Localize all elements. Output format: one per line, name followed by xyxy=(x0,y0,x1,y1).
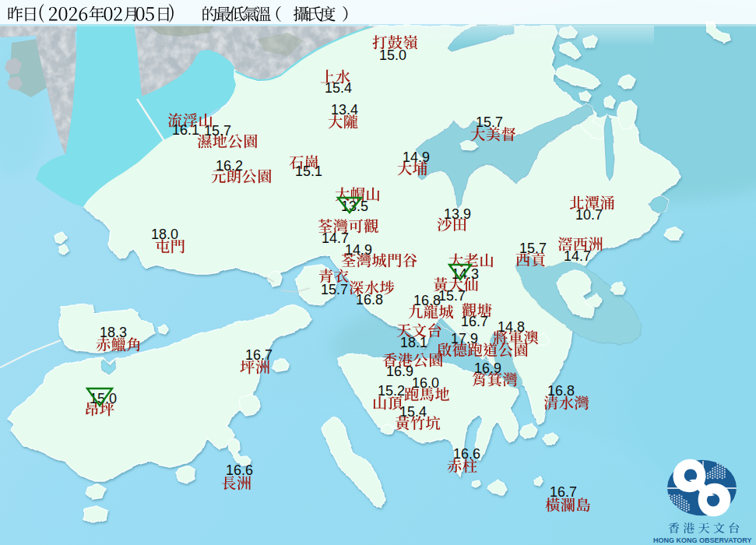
svg-text:14.9: 14.9 xyxy=(403,149,430,165)
svg-text:15.7: 15.7 xyxy=(476,114,503,130)
svg-text:16.0: 16.0 xyxy=(412,375,439,391)
svg-text:16.6: 16.6 xyxy=(453,446,480,462)
svg-text:15.7: 15.7 xyxy=(204,123,231,139)
svg-text:18.1: 18.1 xyxy=(400,335,427,350)
svg-text:16.2: 16.2 xyxy=(216,158,243,174)
svg-text:15.4: 15.4 xyxy=(399,404,427,420)
svg-text:16.7: 16.7 xyxy=(245,347,273,363)
svg-text:16.8: 16.8 xyxy=(413,293,441,308)
svg-text:14.9: 14.9 xyxy=(345,242,372,258)
svg-text:18.0: 18.0 xyxy=(151,227,178,242)
svg-text:16.8: 16.8 xyxy=(547,383,575,399)
svg-text:15.2: 15.2 xyxy=(378,383,405,399)
svg-text:16.6: 16.6 xyxy=(226,462,253,478)
svg-text:16.1: 16.1 xyxy=(172,122,199,138)
svg-text:10.7: 10.7 xyxy=(575,207,603,223)
svg-text:13.9: 13.9 xyxy=(444,206,471,222)
svg-text:16.9: 16.9 xyxy=(386,364,413,379)
svg-text:15.7: 15.7 xyxy=(321,282,348,297)
svg-text:15.7: 15.7 xyxy=(519,241,547,256)
svg-text:14.7: 14.7 xyxy=(564,248,591,264)
svg-text:15.7: 15.7 xyxy=(438,288,466,304)
svg-text:HONG KONG OBSERVATORY: HONG KONG OBSERVATORY xyxy=(653,536,752,544)
svg-text:17.9: 17.9 xyxy=(451,331,478,346)
svg-text:16.8: 16.8 xyxy=(356,292,383,308)
svg-text:16.9: 16.9 xyxy=(474,360,501,376)
svg-text:16.7: 16.7 xyxy=(461,314,488,329)
svg-text:16.7: 16.7 xyxy=(550,484,577,500)
svg-text:15.4: 15.4 xyxy=(325,80,352,96)
svg-text:15.1: 15.1 xyxy=(295,164,322,179)
svg-text:18.3: 18.3 xyxy=(100,325,127,340)
svg-text:15.0: 15.0 xyxy=(379,47,406,63)
svg-text:14.8: 14.8 xyxy=(498,319,525,335)
svg-text:13.4: 13.4 xyxy=(331,102,358,118)
